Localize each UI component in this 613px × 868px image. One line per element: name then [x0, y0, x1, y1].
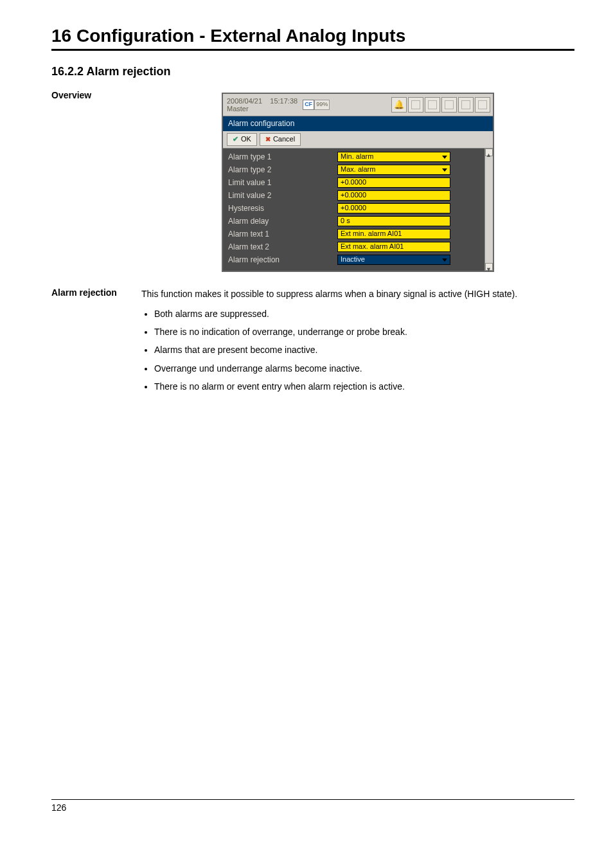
title-rule	[51, 49, 574, 51]
cf-card-icon: CF	[303, 100, 314, 109]
config-row: Limit value 2+0.0000	[228, 190, 492, 201]
config-dropdown[interactable]: Max. alarm	[337, 165, 450, 175]
window-title: Alarm configuration	[223, 116, 493, 131]
config-value: 0 s	[341, 216, 350, 226]
config-value: Min. alarm	[341, 152, 373, 162]
list-item: Alarms that are present become inactive.	[154, 343, 574, 356]
config-row-label: Limit value 2	[228, 190, 337, 201]
config-value: +0.0000	[341, 190, 366, 201]
cancel-button[interactable]: ✖Cancel	[260, 133, 301, 146]
config-row: Alarm type 2Max. alarm	[228, 164, 492, 176]
cf-percent: 99%	[314, 100, 330, 109]
section-heading: 16.2.2 Alarm rejection	[51, 65, 574, 78]
chapter-title: 16 Configuration - External Analog Input…	[51, 26, 574, 46]
window-icon[interactable]	[408, 97, 423, 113]
check-icon: ✔	[233, 134, 238, 145]
config-row: Hysteresis+0.0000	[228, 203, 492, 214]
ok-label: OK	[241, 134, 251, 145]
config-text-field[interactable]: Ext max. alarm AI01	[337, 242, 450, 252]
toolbar-button-1[interactable]	[425, 97, 440, 113]
config-text-field[interactable]: +0.0000	[337, 203, 450, 213]
config-text-field[interactable]: +0.0000	[337, 177, 450, 188]
config-row-label: Limit value 1	[228, 177, 337, 188]
config-dropdown[interactable]: Min. alarm	[337, 152, 450, 162]
config-row-label: Alarm delay	[228, 216, 337, 227]
toolbar-button-4[interactable]	[475, 97, 490, 113]
config-row-label: Alarm text 1	[228, 229, 337, 240]
status-date: 2008/04/21	[227, 97, 262, 105]
alarm-rejection-paragraph: This function makes it possible to suppr…	[141, 287, 574, 300]
config-value: +0.0000	[341, 203, 366, 213]
config-value: Ext min. alarm AI01	[341, 229, 402, 239]
scroll-up-icon[interactable]: ▲	[485, 149, 493, 156]
config-row: Limit value 1+0.0000	[228, 177, 492, 188]
config-row-label: Alarm rejection	[228, 255, 337, 266]
config-value: Inactive	[341, 255, 365, 265]
overview-label: Overview	[51, 90, 141, 100]
list-item: There is no indication of overrange, und…	[154, 325, 574, 338]
config-row-label: Alarm type 2	[228, 165, 337, 176]
toolbar-button-3[interactable]	[458, 97, 474, 113]
bullet-list: Both alarms are suppressed.There is no i…	[141, 307, 574, 393]
page-number: 126	[51, 802, 66, 813]
list-item: There is no alarm or event entry when al…	[154, 380, 574, 393]
alarm-bell-icon[interactable]: 🔔	[391, 97, 407, 113]
config-row: Alarm type 1Min. alarm	[228, 151, 492, 163]
alarm-rejection-label: Alarm rejection	[51, 287, 141, 298]
config-row-label: Hysteresis	[228, 203, 337, 214]
config-value: +0.0000	[341, 177, 366, 188]
config-row: Alarm text 1Ext min. alarm AI01	[228, 228, 492, 240]
config-row: Alarm delay0 s	[228, 215, 492, 227]
config-row: Alarm rejectionInactive	[228, 254, 492, 266]
config-text-field[interactable]: +0.0000	[337, 190, 450, 201]
close-icon: ✖	[265, 135, 271, 145]
config-row-label: Alarm text 2	[228, 242, 337, 253]
alarm-config-screenshot: 2008/04/21 15:17:38 Master CF 99% 🔔	[222, 93, 494, 272]
scroll-down-icon[interactable]: ▼	[485, 263, 493, 271]
list-item: Overrange und underrange alarms become i…	[154, 362, 574, 375]
page-footer: 126	[51, 799, 574, 813]
list-item: Both alarms are suppressed.	[154, 307, 574, 320]
ok-button[interactable]: ✔OK	[227, 133, 257, 146]
config-text-field[interactable]: Ext min. alarm AI01	[337, 229, 450, 239]
config-row-label: Alarm type 1	[228, 152, 337, 163]
cancel-label: Cancel	[273, 134, 295, 145]
config-text-field[interactable]: 0 s	[337, 216, 450, 226]
scroll-bar[interactable]: ▲ ▼	[484, 149, 493, 271]
status-master: Master	[227, 105, 298, 113]
config-value: Ext max. alarm AI01	[341, 242, 404, 252]
config-row: Alarm text 2Ext max. alarm AI01	[228, 241, 492, 253]
status-datetime: 2008/04/21 15:17:38 Master	[223, 96, 301, 114]
toolbar-button-2[interactable]	[441, 97, 457, 113]
config-value: Max. alarm	[341, 165, 375, 175]
status-time: 15:17:38	[270, 97, 298, 105]
config-dropdown[interactable]: Inactive	[337, 255, 450, 265]
